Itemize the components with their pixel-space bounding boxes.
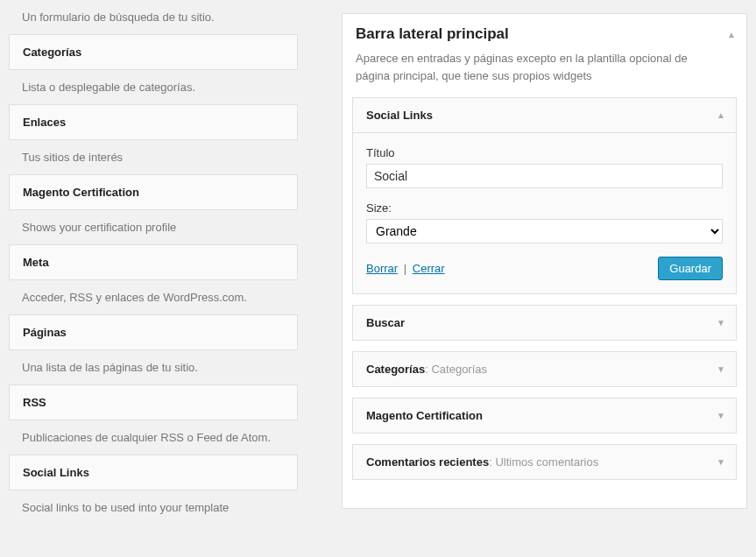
widget-name: Buscar [366,316,405,329]
available-widget[interactable]: Un formulario de búsqueda de tu sitio. [9,0,298,34]
available-widget[interactable]: Enlaces Tus sitios de interés [9,104,298,174]
widget-title: Páginas [9,314,298,350]
available-widget[interactable]: Meta Acceder, RSS y enlaces de WordPress… [9,244,298,314]
widget-title: RSS [9,384,298,420]
chevron-down-icon[interactable]: ▼ [717,411,725,420]
available-widget[interactable]: Categorías Lista o desplegable de catego… [9,34,298,104]
title-label: Título [366,146,723,159]
widget-description: Social links to be used into your templa… [9,490,298,525]
widget-name: Categorías [366,363,425,376]
available-widget[interactable]: Magento Certification Shows your certifi… [9,174,298,244]
placed-widget-buscar: Buscar ▼ [352,305,737,341]
available-widgets-list: Un formulario de búsqueda de tu sitio. C… [9,0,298,525]
widget-form: Título Size: Grande Borrar | Cerrar [353,132,736,293]
widget-description: Lista o desplegable de categorías. [9,70,298,104]
title-input[interactable] [366,164,723,188]
widget-subtitle: Categorías [431,363,487,376]
available-widget[interactable]: RSS Publicaciones de cualquier RSS o Fee… [9,384,298,455]
sidebar-title: Barra lateral principal [356,25,733,43]
widget-title: Enlaces [9,104,298,140]
placed-widget-categorias: Categorías: Categorías ▼ [352,351,737,387]
sidebar-area: Barra lateral principal Aparece en entra… [342,13,747,509]
save-button[interactable]: Guardar [658,257,723,280]
widget-action-links: Borrar | Cerrar [366,262,445,275]
widget-description: Shows your certification profile [9,210,298,244]
sidebar-header[interactable]: Barra lateral principal Aparece en entra… [343,14,746,97]
size-label: Size: [366,201,723,215]
chevron-up-icon[interactable]: ▲ [727,30,736,39]
close-link[interactable]: Cerrar [413,262,445,275]
placed-widget-magento: Magento Certification ▼ [352,398,737,434]
available-widget[interactable]: Social Links Social links to be used int… [9,455,298,525]
chevron-down-icon[interactable]: ▼ [717,457,725,467]
chevron-down-icon[interactable]: ▼ [717,318,725,328]
placed-widget-social-links: Social Links ▲ Título Size: Grande Borra… [352,97,737,294]
widget-header[interactable]: Comentarios recientes: Ultimos comentari… [353,445,736,479]
widget-description: Publicaciones de cualquier RSS o Feed de… [9,420,298,455]
chevron-up-icon[interactable]: ▲ [717,110,725,120]
widget-header[interactable]: Social Links ▲ [353,98,736,132]
sidebar-description: Aparece en entradas y páginas excepto en… [356,50,733,93]
widget-name: Comentarios recientes [366,455,489,469]
widget-description: Una lista de las páginas de tu sitio. [9,350,298,384]
available-widget[interactable]: Páginas Una lista de las páginas de tu s… [9,314,298,384]
widget-title: Meta [9,244,298,280]
widget-header[interactable]: Buscar ▼ [353,306,736,340]
separator: | [404,262,406,275]
widget-title: Magento Certification [9,174,298,210]
widget-description: Tus sitios de interés [9,140,298,174]
delete-link[interactable]: Borrar [366,262,398,275]
placed-widget-comentarios: Comentarios recientes: Ultimos comentari… [352,444,737,480]
chevron-down-icon[interactable]: ▼ [717,364,725,374]
widget-header[interactable]: Categorías: Categorías ▼ [353,352,736,386]
widget-name: Social Links [366,109,433,122]
widget-description: Acceder, RSS y enlaces de WordPress.com. [9,280,298,314]
widget-title: Social Links [9,455,298,490]
widget-title: Categorías [9,34,298,70]
widget-subtitle: Ultimos comentarios [495,455,598,469]
size-select[interactable]: Grande [366,219,723,243]
widget-header[interactable]: Magento Certification ▼ [353,398,736,433]
widget-description: Un formulario de búsqueda de tu sitio. [9,0,298,34]
widget-name: Magento Certification [366,409,483,422]
